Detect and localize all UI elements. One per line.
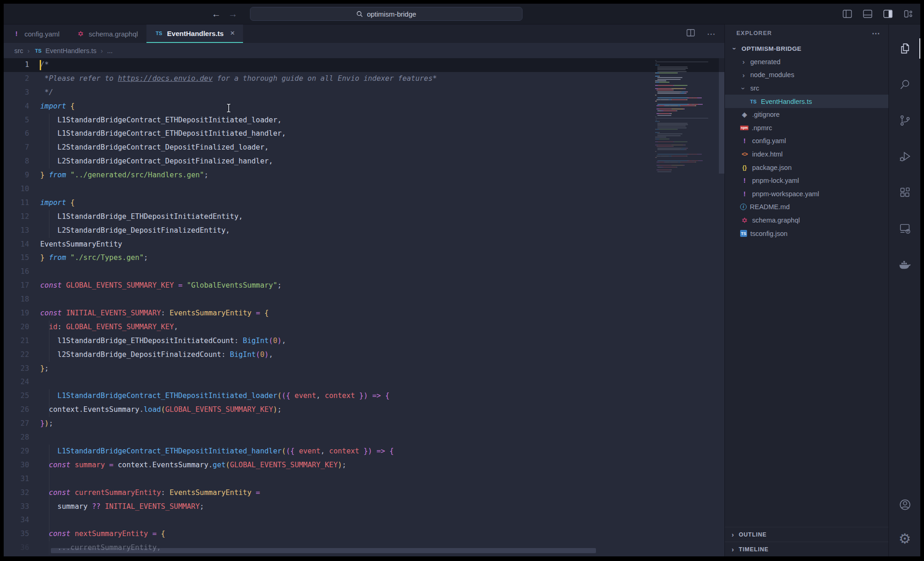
tree-item-EventHandlers.ts[interactable]: TSEventHandlers.ts bbox=[725, 95, 888, 108]
gear-icon: ⚙ bbox=[899, 532, 911, 546]
code-line[interactable]: 27}); bbox=[4, 417, 724, 431]
line-number: 30 bbox=[4, 458, 40, 472]
tab-config.yaml[interactable]: !config.yaml bbox=[4, 24, 68, 43]
customize-layout-icon[interactable] bbox=[904, 9, 913, 18]
code-line[interactable]: 26 context.EventsSummary.load(GLOBAL_EVE… bbox=[4, 403, 724, 417]
toggle-primary-sidebar-icon[interactable] bbox=[843, 10, 852, 18]
line-text: L2StandardBridgeContract_DepositFinalize… bbox=[40, 141, 269, 155]
close-icon[interactable]: × bbox=[230, 29, 235, 38]
code-line[interactable]: 4import { bbox=[4, 100, 724, 114]
code-line[interactable]: 3 */ bbox=[4, 86, 724, 100]
code-line[interactable]: 21 l1StandardBridge_ETHDepositInitiatedC… bbox=[4, 334, 724, 348]
code-line[interactable]: 22 l2StandardBridge_DepositFinalizedCoun… bbox=[4, 348, 724, 362]
line-text: L1StandardBridgeContract_ETHDepositIniti… bbox=[40, 114, 282, 127]
indent-guide bbox=[49, 472, 49, 486]
tree-item-.gitignore[interactable]: ◈.gitignore bbox=[725, 108, 888, 121]
code-line[interactable]: 32 const currentSummaryEntity: EventsSum… bbox=[4, 486, 724, 500]
line-number: 20 bbox=[4, 320, 40, 334]
code-line[interactable]: 35 const nextSummaryEntity = { bbox=[4, 527, 724, 541]
code-line[interactable]: 8 L2StandardBridgeContract_DepositFinali… bbox=[4, 155, 724, 169]
tree-item-tsconfig.json[interactable]: TStsconfig.json bbox=[725, 227, 888, 240]
code-editor[interactable]: 1/*2 *Please refer to https://docs.envio… bbox=[4, 58, 724, 556]
activity-run-debug[interactable] bbox=[889, 145, 920, 168]
line-number: 25 bbox=[4, 389, 40, 403]
code-line[interactable]: 25 L1StandardBridgeContract_ETHDepositIn… bbox=[4, 389, 724, 403]
tab-EventHandlers.ts[interactable]: TSEventHandlers.ts× bbox=[146, 24, 243, 43]
command-center-search[interactable]: optimism-bridge bbox=[250, 7, 523, 21]
breadcrumb-item[interactable]: src bbox=[14, 47, 23, 54]
activity-source-control[interactable] bbox=[889, 109, 920, 132]
html-icon: <> bbox=[740, 151, 749, 157]
code-line[interactable]: 19const INITIAL_EVENTS_SUMMARY: EventsSu… bbox=[4, 307, 724, 320]
code-line[interactable]: 30 const summary = context.EventsSummary… bbox=[4, 458, 724, 472]
code-line[interactable]: 16 bbox=[4, 265, 724, 279]
breadcrumb[interactable]: src›TSEventHandlers.ts›... bbox=[4, 43, 724, 58]
tree-item-node_modules[interactable]: ›node_modules bbox=[725, 68, 888, 82]
code-line[interactable]: 6 L1StandardBridgeContract_ETHDepositIni… bbox=[4, 127, 724, 141]
activity-docker[interactable] bbox=[889, 253, 920, 276]
code-line[interactable]: 34 bbox=[4, 513, 724, 527]
tree-item-package.json[interactable]: {}package.json bbox=[725, 161, 888, 174]
line-text: const currentSummaryEntity: EventsSummar… bbox=[40, 486, 260, 500]
line-number: 34 bbox=[4, 513, 40, 527]
activity-extensions[interactable] bbox=[889, 181, 920, 204]
breadcrumb-item[interactable]: ... bbox=[107, 47, 113, 54]
tree-item-index.html[interactable]: <>index.html bbox=[725, 148, 888, 161]
code-line[interactable]: 10 bbox=[4, 182, 724, 196]
code-line[interactable]: 20 id: GLOBAL_EVENTS_SUMMARY_KEY, bbox=[4, 320, 724, 334]
tree-item-config.yaml[interactable]: !config.yaml bbox=[725, 134, 888, 148]
tree-item-src[interactable]: ›src bbox=[725, 82, 888, 95]
line-number: 35 bbox=[4, 527, 40, 541]
tree-item-label: .npmrc bbox=[752, 124, 772, 132]
toggle-secondary-sidebar-icon[interactable] bbox=[883, 10, 893, 18]
toggle-panel-icon[interactable] bbox=[863, 10, 872, 18]
activity-search[interactable] bbox=[889, 73, 920, 96]
code-line[interactable]: 28 bbox=[4, 431, 724, 445]
activity-remote-explorer[interactable] bbox=[889, 217, 920, 240]
more-actions-icon[interactable]: ⋯ bbox=[707, 29, 716, 39]
code-line[interactable]: 11import { bbox=[4, 196, 724, 210]
back-arrow-icon[interactable]: ← bbox=[212, 9, 221, 19]
tree-item-label: src bbox=[750, 84, 759, 92]
line-text: L2StandardBridgeContract_DepositFinalize… bbox=[40, 155, 273, 169]
code-line[interactable]: 23}; bbox=[4, 362, 724, 376]
activity-explorer[interactable] bbox=[889, 37, 920, 60]
code-line[interactable]: 33 summary ?? INITIAL_EVENTS_SUMMARY; bbox=[4, 500, 724, 514]
activity-account[interactable] bbox=[889, 494, 920, 516]
tree-item-schema.graphql[interactable]: ✡schema.graphql bbox=[725, 214, 888, 227]
tree-item-README.md[interactable]: iREADME.md bbox=[725, 200, 888, 214]
code-line[interactable]: 15} from "./src/Types.gen"; bbox=[4, 251, 724, 265]
line-text: */ bbox=[40, 86, 53, 100]
code-line[interactable]: 2 *Please refer to https://docs.envio.de… bbox=[4, 72, 724, 86]
section-outline[interactable]: ›OUTLINE bbox=[725, 527, 888, 542]
code-line[interactable]: 7 L2StandardBridgeContract_DepositFinali… bbox=[4, 141, 724, 155]
section-timeline[interactable]: ›TIMELINE bbox=[725, 542, 888, 556]
chevron-right-icon: › bbox=[729, 545, 736, 553]
code-line[interactable]: 9} from "../generated/src/Handlers.gen"; bbox=[4, 169, 724, 182]
activity-settings[interactable]: ⚙ bbox=[889, 528, 920, 550]
tab-schema.graphql[interactable]: ✡schema.graphql bbox=[68, 24, 146, 43]
code-line[interactable]: 14EventsSummaryEntity bbox=[4, 238, 724, 252]
titlebar: ← → optimism-bridge bbox=[4, 4, 920, 24]
chevron-down-icon: › bbox=[731, 45, 739, 52]
explorer-more-icon[interactable]: ⋯ bbox=[872, 29, 880, 38]
code-line[interactable]: 31 bbox=[4, 472, 724, 486]
code-line[interactable]: 5 L1StandardBridgeContract_ETHDepositIni… bbox=[4, 114, 724, 127]
breadcrumb-item[interactable]: TSEventHandlers.ts bbox=[34, 47, 96, 54]
code-line[interactable]: 17const GLOBAL_EVENTS_SUMMARY_KEY = "Glo… bbox=[4, 279, 724, 293]
tree-item-pnpm-workspace.yaml[interactable]: !pnpm-workspace.yaml bbox=[725, 187, 888, 201]
code-line[interactable]: 36 ...currentSummaryEntity, bbox=[4, 541, 724, 555]
code-line[interactable]: 12 L1StandardBridge_ETHDepositInitiatedE… bbox=[4, 210, 724, 224]
code-line[interactable]: 18 bbox=[4, 293, 724, 307]
tree-item-label: package.json bbox=[752, 164, 791, 171]
tree-item-pnpm-lock.yaml[interactable]: !pnpm-lock.yaml bbox=[725, 174, 888, 187]
code-line[interactable]: 29 L1StandardBridgeContract_ETHDepositIn… bbox=[4, 445, 724, 458]
tree-item-.npmrc[interactable]: npm.npmrc bbox=[725, 121, 888, 135]
tree-item-generated[interactable]: ›generated bbox=[725, 55, 888, 69]
code-line[interactable]: 24 bbox=[4, 375, 724, 389]
code-line[interactable]: 1/* bbox=[4, 58, 724, 72]
code-line[interactable]: 13 L2StandardBridge_DepositFinalizedEnti… bbox=[4, 224, 724, 238]
split-editor-icon[interactable] bbox=[687, 29, 695, 38]
forward-arrow-icon[interactable]: → bbox=[228, 9, 237, 19]
tree-item-OPTIMISM-BRIDGE[interactable]: ›OPTIMISM-BRIDGE bbox=[725, 42, 888, 55]
